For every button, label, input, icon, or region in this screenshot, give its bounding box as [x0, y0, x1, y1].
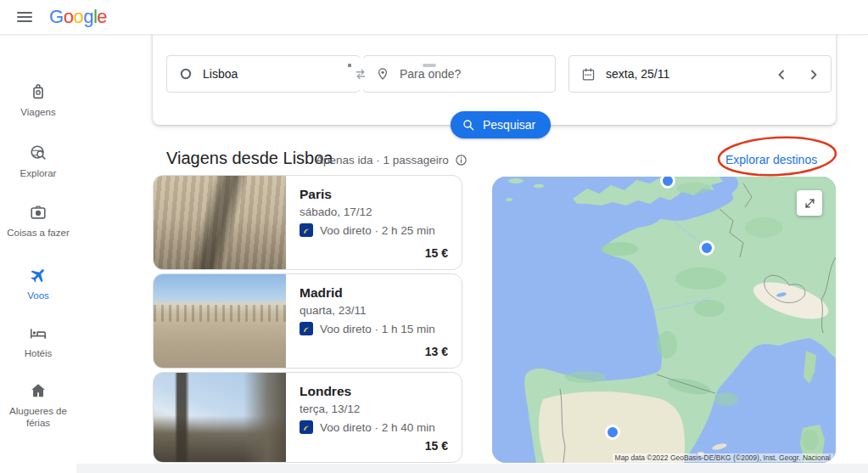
expand-map-button[interactable] [797, 190, 822, 216]
swap-arrows-icon [353, 66, 368, 82]
logo-letter: G [49, 6, 64, 27]
search-button[interactable]: Pesquisar [451, 111, 551, 138]
destination-city: Londres [300, 384, 448, 399]
results-subtitle: Apenas ida · 1 passageiro [316, 154, 468, 166]
expand-icon [804, 197, 816, 210]
results-title: Viagens desde Lisboa [166, 149, 333, 168]
logo-letter: g [83, 6, 93, 27]
date-nav [771, 56, 824, 93]
flight-details: Voo direto · 2 h 25 min [320, 224, 435, 237]
top-app-bar: Google [0, 0, 868, 35]
destination-input[interactable]: Para onde? [363, 55, 556, 93]
menu-icon[interactable] [17, 8, 32, 25]
search-button-label: Pesquisar [483, 118, 535, 132]
cutoff-control-remnant [423, 64, 436, 67]
sidebar-item-label: Explorar [20, 168, 57, 178]
camera-icon [29, 203, 48, 222]
madrid-photo [154, 274, 286, 368]
calendar-icon [581, 67, 596, 82]
logo-letter: o [64, 6, 74, 27]
sidebar-item-label: Viagens [20, 107, 55, 117]
sidebar-item-label: Alugueres de férias [9, 406, 67, 428]
flight-search-card: Lisboa Para onde? [153, 25, 836, 125]
sidebar-item-explorar[interactable]: Explorar [0, 144, 76, 179]
cutoff-control-remnant [348, 64, 351, 67]
flight-details: Voo direto · 2 h 40 min [320, 421, 435, 434]
flight-date: terça, 13/12 [300, 403, 448, 415]
previous-date-button[interactable] [771, 65, 792, 85]
flight-date: quarta, 23/11 [300, 304, 448, 317]
flight-price: 13 € [425, 345, 448, 358]
sidebar-item-alugueres[interactable]: Alugueres de férias [0, 381, 76, 429]
origin-value: Lisboa [203, 67, 238, 81]
explore-destinations-link[interactable]: Explorar destinos [725, 153, 817, 166]
search-icon [462, 118, 475, 132]
sidebar-item-hoteis[interactable]: Hotéis [0, 324, 76, 359]
destination-city: Paris [300, 187, 448, 202]
paris-photo [154, 176, 286, 269]
location-pin-icon [376, 67, 389, 81]
bed-icon [29, 324, 48, 342]
flight-card-paris[interactable]: Paris sábado, 17/12 Voo direto · 2 h 25 … [153, 175, 462, 270]
info-icon[interactable] [455, 154, 468, 166]
map-marker-madrid[interactable] [607, 426, 619, 439]
ryanair-logo [300, 420, 313, 434]
explore-icon [29, 144, 48, 162]
logo-letter: e [97, 6, 107, 27]
flight-card-londres[interactable]: Londres terça, 13/12 Voo direto · 2 h 40… [153, 372, 462, 463]
page: Google Viagens Explorar [0, 0, 868, 473]
ryanair-logo [300, 322, 313, 335]
sidebar-item-voos[interactable]: Voos [0, 266, 76, 301]
londres-photo [154, 373, 286, 462]
sidebar-item-label: Hotéis [25, 348, 53, 358]
ryanair-logo [300, 223, 313, 237]
airplane-icon [29, 266, 48, 284]
flight-price: 15 € [425, 439, 448, 453]
google-logo[interactable]: Google [49, 8, 107, 26]
origin-circle-icon [179, 67, 193, 81]
origin-input[interactable]: Lisboa [166, 55, 360, 93]
destinations-map[interactable]: Map data ©2022 GeoBasis-DE/BKG (©2009), … [492, 177, 836, 463]
house-icon [29, 381, 48, 400]
flight-card-madrid[interactable]: Madrid quarta, 23/11 Voo direto · 1 h 15… [153, 273, 462, 369]
sidebar-item-coisas-a-fazer[interactable]: Coisas a fazer [0, 203, 76, 239]
sidebar-item-label: Voos [27, 290, 49, 301]
map-marker-londres[interactable] [662, 177, 675, 188]
flight-price: 15 € [425, 246, 448, 260]
flight-card-body: Madrid quarta, 23/11 Voo direto · 1 h 15… [286, 274, 462, 368]
results-subtitle-text: Apenas ida · 1 passageiro [316, 154, 449, 166]
map-attribution: Map data ©2022 GeoBasis-DE/BKG (©2009), … [613, 453, 833, 462]
destination-placeholder: Para onde? [400, 67, 461, 81]
map-graphic [492, 177, 836, 463]
map-marker-paris[interactable] [701, 242, 714, 255]
next-date-button[interactable] [804, 65, 824, 85]
flight-card-body: Paris sábado, 17/12 Voo direto · 2 h 25 … [286, 176, 462, 269]
flight-card-body: Londres terça, 13/12 Voo direto · 2 h 40… [286, 373, 462, 462]
flight-date: sábado, 17/12 [300, 206, 448, 218]
logo-letter: o [73, 6, 83, 27]
sidebar-item-label: Coisas a fazer [7, 228, 70, 238]
sidebar-nav: Viagens Explorar Coisas a fazer Voos [0, 35, 76, 473]
flight-details: Voo direto · 1 h 15 min [320, 323, 435, 335]
page-bottom-strip [76, 464, 868, 473]
swap-origin-destination-button[interactable] [344, 58, 377, 90]
date-value: sexta, 25/11 [606, 67, 669, 81]
luggage-icon [29, 82, 48, 101]
sidebar-item-viagens[interactable]: Viagens [0, 82, 76, 118]
destination-city: Madrid [300, 285, 448, 301]
date-field[interactable]: sexta, 25/11 [568, 55, 832, 93]
